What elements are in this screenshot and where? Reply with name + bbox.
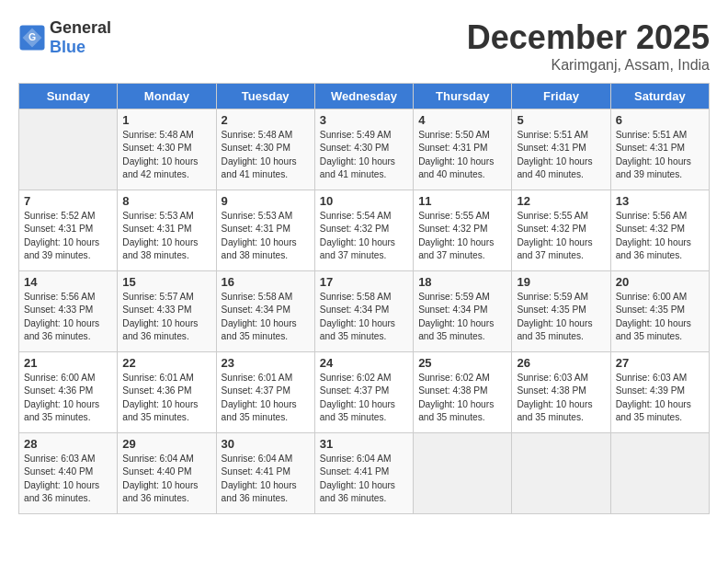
calendar-cell: 30Sunrise: 6:04 AMSunset: 4:41 PMDayligh…: [216, 433, 314, 514]
calendar-cell: 11Sunrise: 5:55 AMSunset: 4:32 PMDayligh…: [414, 190, 512, 271]
day-number: 10: [320, 194, 408, 208]
header: G General Blue December 2025 Karimganj, …: [18, 18, 710, 74]
cell-details: Sunrise: 5:58 AMSunset: 4:34 PMDaylight:…: [222, 291, 310, 343]
cell-details: Sunrise: 6:04 AMSunset: 4:41 PMDaylight:…: [222, 453, 310, 505]
calendar-cell: 12Sunrise: 5:55 AMSunset: 4:32 PMDayligh…: [512, 190, 610, 271]
calendar-cell: 26Sunrise: 6:03 AMSunset: 4:38 PMDayligh…: [512, 352, 610, 433]
day-number: 13: [616, 194, 704, 208]
cell-details: Sunrise: 5:54 AMSunset: 4:32 PMDaylight:…: [320, 210, 408, 262]
cell-details: Sunrise: 6:03 AMSunset: 4:40 PMDaylight:…: [24, 453, 112, 505]
cell-details: Sunrise: 5:51 AMSunset: 4:31 PMDaylight:…: [616, 129, 704, 181]
day-number: 20: [616, 275, 704, 289]
day-number: 1: [122, 113, 210, 127]
calendar-cell: [414, 433, 512, 514]
calendar-cell: 29Sunrise: 6:04 AMSunset: 4:40 PMDayligh…: [118, 433, 216, 514]
calendar-cell: 27Sunrise: 6:03 AMSunset: 4:39 PMDayligh…: [610, 352, 709, 433]
calendar-cell: 21Sunrise: 6:00 AMSunset: 4:36 PMDayligh…: [19, 352, 118, 433]
calendar-cell: 6Sunrise: 5:51 AMSunset: 4:31 PMDaylight…: [610, 109, 709, 190]
logo-blue-text: Blue: [50, 38, 85, 56]
calendar-cell: 24Sunrise: 6:02 AMSunset: 4:37 PMDayligh…: [314, 352, 413, 433]
cell-details: Sunrise: 6:01 AMSunset: 4:37 PMDaylight:…: [222, 372, 310, 424]
calendar-header-row: SundayMondayTuesdayWednesdayThursdayFrid…: [19, 84, 710, 109]
column-header-wednesday: Wednesday: [314, 84, 413, 109]
cell-details: Sunrise: 5:55 AMSunset: 4:32 PMDaylight:…: [517, 210, 605, 262]
day-number: 23: [222, 356, 310, 370]
calendar-cell: 22Sunrise: 6:01 AMSunset: 4:36 PMDayligh…: [118, 352, 216, 433]
calendar-cell: 23Sunrise: 6:01 AMSunset: 4:37 PMDayligh…: [216, 352, 314, 433]
cell-details: Sunrise: 5:53 AMSunset: 4:31 PMDaylight:…: [222, 210, 310, 262]
day-number: 26: [517, 356, 605, 370]
day-number: 4: [418, 113, 506, 127]
calendar-cell: 2Sunrise: 5:48 AMSunset: 4:30 PMDaylight…: [216, 109, 314, 190]
calendar-cell: 7Sunrise: 5:52 AMSunset: 4:31 PMDaylight…: [19, 190, 118, 271]
day-number: 30: [222, 437, 310, 451]
day-number: 21: [24, 356, 112, 370]
day-number: 15: [122, 275, 210, 289]
day-number: 22: [122, 356, 210, 370]
calendar-cell: 28Sunrise: 6:03 AMSunset: 4:40 PMDayligh…: [19, 433, 118, 514]
calendar-body: 1Sunrise: 5:48 AMSunset: 4:30 PMDaylight…: [19, 109, 710, 514]
cell-details: Sunrise: 6:04 AMSunset: 4:41 PMDaylight:…: [320, 453, 408, 505]
day-number: 3: [320, 113, 408, 127]
cell-details: Sunrise: 5:51 AMSunset: 4:31 PMDaylight:…: [517, 129, 605, 181]
calendar-cell: 20Sunrise: 6:00 AMSunset: 4:35 PMDayligh…: [610, 271, 709, 352]
cell-details: Sunrise: 5:56 AMSunset: 4:32 PMDaylight:…: [616, 210, 704, 262]
day-number: 17: [320, 275, 408, 289]
cell-details: Sunrise: 6:03 AMSunset: 4:39 PMDaylight:…: [616, 372, 704, 424]
calendar-cell: 17Sunrise: 5:58 AMSunset: 4:34 PMDayligh…: [314, 271, 413, 352]
day-number: 7: [24, 194, 112, 208]
cell-details: Sunrise: 5:48 AMSunset: 4:30 PMDaylight:…: [122, 129, 210, 181]
calendar-cell: 14Sunrise: 5:56 AMSunset: 4:33 PMDayligh…: [19, 271, 118, 352]
cell-details: Sunrise: 5:59 AMSunset: 4:35 PMDaylight:…: [517, 291, 605, 343]
day-number: 29: [122, 437, 210, 451]
day-number: 14: [24, 275, 112, 289]
cell-details: Sunrise: 5:49 AMSunset: 4:30 PMDaylight:…: [320, 129, 408, 181]
day-number: 9: [222, 194, 310, 208]
calendar-week-2: 7Sunrise: 5:52 AMSunset: 4:31 PMDaylight…: [19, 190, 710, 271]
column-header-tuesday: Tuesday: [216, 84, 314, 109]
day-number: 24: [320, 356, 408, 370]
calendar-cell: [512, 433, 610, 514]
calendar-cell: 18Sunrise: 5:59 AMSunset: 4:34 PMDayligh…: [414, 271, 512, 352]
column-header-monday: Monday: [118, 84, 216, 109]
calendar-cell: [610, 433, 709, 514]
calendar-cell: 25Sunrise: 6:02 AMSunset: 4:38 PMDayligh…: [414, 352, 512, 433]
day-number: 11: [418, 194, 506, 208]
calendar-cell: 3Sunrise: 5:49 AMSunset: 4:30 PMDaylight…: [314, 109, 413, 190]
cell-details: Sunrise: 6:00 AMSunset: 4:36 PMDaylight:…: [24, 372, 112, 424]
cell-details: Sunrise: 5:59 AMSunset: 4:34 PMDaylight:…: [418, 291, 506, 343]
cell-details: Sunrise: 6:02 AMSunset: 4:38 PMDaylight:…: [418, 372, 506, 424]
logo-general-text: General: [50, 18, 111, 37]
day-number: 19: [517, 275, 605, 289]
calendar-cell: 10Sunrise: 5:54 AMSunset: 4:32 PMDayligh…: [314, 190, 413, 271]
column-header-sunday: Sunday: [19, 84, 118, 109]
calendar-week-5: 28Sunrise: 6:03 AMSunset: 4:40 PMDayligh…: [19, 433, 710, 514]
day-number: 16: [222, 275, 310, 289]
cell-details: Sunrise: 5:57 AMSunset: 4:33 PMDaylight:…: [122, 291, 210, 343]
cell-details: Sunrise: 5:52 AMSunset: 4:31 PMDaylight:…: [24, 210, 112, 262]
calendar-week-3: 14Sunrise: 5:56 AMSunset: 4:33 PMDayligh…: [19, 271, 710, 352]
day-number: 5: [517, 113, 605, 127]
calendar-cell: 19Sunrise: 5:59 AMSunset: 4:35 PMDayligh…: [512, 271, 610, 352]
calendar-cell: 8Sunrise: 5:53 AMSunset: 4:31 PMDaylight…: [118, 190, 216, 271]
cell-details: Sunrise: 6:02 AMSunset: 4:37 PMDaylight:…: [320, 372, 408, 424]
calendar-cell: [19, 109, 118, 190]
column-header-saturday: Saturday: [610, 84, 709, 109]
calendar-cell: 15Sunrise: 5:57 AMSunset: 4:33 PMDayligh…: [118, 271, 216, 352]
cell-details: Sunrise: 6:01 AMSunset: 4:36 PMDaylight:…: [122, 372, 210, 424]
day-number: 18: [418, 275, 506, 289]
cell-details: Sunrise: 6:00 AMSunset: 4:35 PMDaylight:…: [616, 291, 704, 343]
cell-details: Sunrise: 6:04 AMSunset: 4:40 PMDaylight:…: [122, 453, 210, 505]
title-area: December 2025 Karimganj, Assam, India: [467, 18, 710, 74]
cell-details: Sunrise: 5:55 AMSunset: 4:32 PMDaylight:…: [418, 210, 506, 262]
svg-text:G: G: [28, 31, 36, 42]
day-number: 2: [222, 113, 310, 127]
calendar-cell: 13Sunrise: 5:56 AMSunset: 4:32 PMDayligh…: [610, 190, 709, 271]
month-title: December 2025: [467, 18, 710, 57]
calendar-table: SundayMondayTuesdayWednesdayThursdayFrid…: [18, 83, 710, 514]
day-number: 12: [517, 194, 605, 208]
cell-details: Sunrise: 5:58 AMSunset: 4:34 PMDaylight:…: [320, 291, 408, 343]
logo: G General Blue: [18, 18, 111, 57]
calendar-week-1: 1Sunrise: 5:48 AMSunset: 4:30 PMDaylight…: [19, 109, 710, 190]
calendar-cell: 16Sunrise: 5:58 AMSunset: 4:34 PMDayligh…: [216, 271, 314, 352]
